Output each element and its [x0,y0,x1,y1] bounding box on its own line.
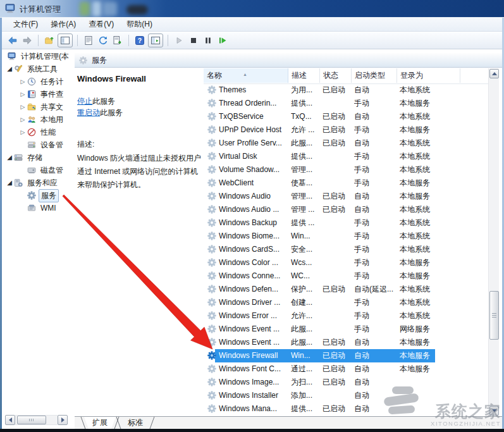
cell-logon: 本地服务 [400,349,460,362]
service-row-windows-mana[interactable]: Windows Mana...提供...已启动自动 [204,402,488,416]
scroll-left-button[interactable] [5,415,15,425]
tree-item-task-scheduler[interactable]: ▷任务计 [2,75,71,88]
restart-service-link[interactable]: 重启动 [77,108,100,117]
stop-service-icon[interactable] [187,34,200,47]
tree-item-local-users[interactable]: ▷本地用 [2,113,71,126]
cell-logon: 本地系统 [400,150,460,163]
tree-horizontal-scrollbar[interactable] [5,415,68,425]
stop-service-link[interactable]: 停止 [77,97,92,106]
cell-startup: 自动 [354,137,397,150]
restart-service-icon[interactable] [216,34,229,47]
tree-item-disk-management[interactable]: 磁盘管 [2,164,71,176]
service-row-windows-audio[interactable]: Windows Audio ...管理 ...已启动自动本地系统 [204,203,488,216]
column-header-description[interactable]: 描述 [288,68,320,83]
menu-item[interactable]: 帮助(H) [120,18,159,31]
service-row-windows-event[interactable]: Windows Event ...此服...已启动自动本地服务 [204,336,488,349]
service-row-windows-driver[interactable]: Windows Driver ...创建...手动本地系统 [204,296,488,309]
service-row-windows-audio[interactable]: Windows Audio管理...已启动自动本地服务 [204,190,488,203]
tree-item-label: 任务计 [39,76,65,88]
tree-item-services[interactable]: 服务 [2,189,71,202]
expanded-icon[interactable]: ◢ [5,176,14,189]
column-header-status[interactable]: 状态 [320,68,352,83]
scrollbar-track[interactable] [15,415,58,425]
cell-startup: 自动 [354,203,397,216]
tree-item-computer-management-root[interactable]: 计算机管理(本 [2,50,71,63]
service-row-windows-firewall[interactable]: Windows FirewallWin...已启动自动本地服务 [204,349,488,362]
tree-item-system-tools[interactable]: ◢系统工具 [2,63,71,75]
service-row-webclient[interactable]: WebClient使基...手动本地服务 [204,176,488,190]
properties-icon[interactable] [82,34,95,47]
service-row-windows-conne[interactable]: Windows Conne...WC...手动本地服务 [204,269,488,283]
collapsed-icon[interactable]: ▷ [18,75,27,88]
cell-logon: 本地服务 [400,97,460,110]
cell-logon: 本地系统 [400,296,460,309]
refresh-icon[interactable] [97,34,109,47]
column-header-startup-type[interactable]: 启动类型 [352,68,397,83]
collapsed-icon[interactable]: ▷ [18,113,27,126]
tree-item-performance[interactable]: ▷性能 [2,126,71,139]
service-row-windows-cards[interactable]: Windows CardS...安全...手动本地系统 [204,243,488,256]
column-header-name[interactable]: 名称 ▲ [204,68,288,83]
menu-item[interactable]: 操作(A) [44,18,82,31]
tree-item-label: WMI [39,203,58,213]
svg-text:?: ? [138,37,142,44]
service-gear-icon [207,258,216,267]
menu-item[interactable]: 文件(F) [7,18,44,31]
expanded-icon[interactable]: ◢ [5,151,14,164]
service-row-upnp-device-host[interactable]: UPnP Device Host允许 ...已启动手动本地服务 [204,123,488,137]
cell-logon: 本地服务 [400,336,460,349]
scrollbar-thumb[interactable] [17,416,46,424]
forward-icon[interactable] [21,34,34,47]
collapsed-icon[interactable]: ▷ [18,101,27,113]
tree-item-wmi-control[interactable]: WMI [2,202,71,214]
service-row-windows-image[interactable]: Windows Image...为扫...已启动自动 [204,376,488,389]
start-service-icon[interactable] [173,34,185,47]
tab-standard[interactable]: 标准 [120,417,151,429]
tree-item-shared-folders[interactable]: ▷共享文 [2,101,71,113]
show-actions-icon[interactable] [148,34,163,47]
cell-desc: 此服... [291,323,320,336]
service-row-windows-event[interactable]: Windows Event ...此服...手动网络服务 [204,323,488,336]
cell-desc: 管理... [291,190,320,203]
tab-extended[interactable]: 扩展 [84,417,116,429]
back-icon[interactable] [6,34,19,47]
list-vertical-scrollbar[interactable] [488,68,499,416]
cell-name: Windows CardS... [219,243,288,256]
service-row-windows-installer[interactable]: Windows Installer添加...自动 [204,389,488,402]
tree-item-event-viewer[interactable]: ▷事件查 [2,88,71,101]
collapsed-icon[interactable]: ▷ [18,88,27,101]
service-row-themes[interactable]: Themes为用...已启动自动本地系统 [204,83,488,97]
service-row-txqbservice[interactable]: TxQBServiceTxQ...已启动自动本地系统 [204,110,488,123]
left-arrow-icon [9,417,12,423]
show-tree-icon[interactable] [58,34,73,47]
tree-item-device-manager[interactable]: 设备管 [2,139,71,151]
service-row-windows-defen[interactable]: Windows Defen...保护...已启动自动(延迟...本地系统 [204,283,488,296]
service-row-windows-font-c[interactable]: Windows Font C...通过...已启动自动本地服务 [204,362,488,376]
service-row-windows-biome[interactable]: Windows Biome...Win...手动本地系统 [204,230,488,243]
service-row-thread-orderin[interactable]: Thread Orderin...提供...手动本地服务 [204,97,488,110]
expanded-icon[interactable]: ◢ [5,63,14,75]
menu-item[interactable]: 查看(V) [82,18,120,31]
service-row-virtual-disk[interactable]: Virtual Disk提供...手动本地系统 [204,150,488,163]
scroll-right-button[interactable] [58,415,68,425]
column-header-log-on-as[interactable]: 登录为 [397,68,460,83]
tree-item-storage[interactable]: ◢存储 [2,151,71,164]
service-row-windows-error[interactable]: Windows Error ...允许...手动本地系统 [204,309,488,323]
service-row-volume-shadow[interactable]: Volume Shadow...管理...手动本地系统 [204,163,488,176]
help-icon[interactable]: ? [133,34,146,47]
cell-name: Windows Color ... [219,256,288,269]
up-level-icon[interactable] [43,34,56,47]
collapsed-icon[interactable]: ▷ [18,126,27,139]
tree-item-services-and-apps[interactable]: ◢服务和应 [2,176,71,189]
cell-name: Windows Mana... [219,402,288,416]
scroll-down-button[interactable] [489,406,499,416]
cell-logon: 本地系统 [400,216,460,230]
service-row-user-profile-serv[interactable]: User Profile Serv...此服...已启动自动本地系统 [204,137,488,150]
cell-desc: 此服... [291,336,320,349]
scroll-up-button[interactable] [489,69,499,78]
export-list-icon[interactable] [111,34,124,47]
pause-service-icon[interactable] [202,34,214,47]
service-row-windows-color[interactable]: Windows Color ...Wcs...手动本地服务 [204,256,488,269]
service-row-windows-backup[interactable]: Windows Backup提供 ...手动本地系统 [204,216,488,230]
scrollbar-thumb[interactable] [489,291,499,340]
